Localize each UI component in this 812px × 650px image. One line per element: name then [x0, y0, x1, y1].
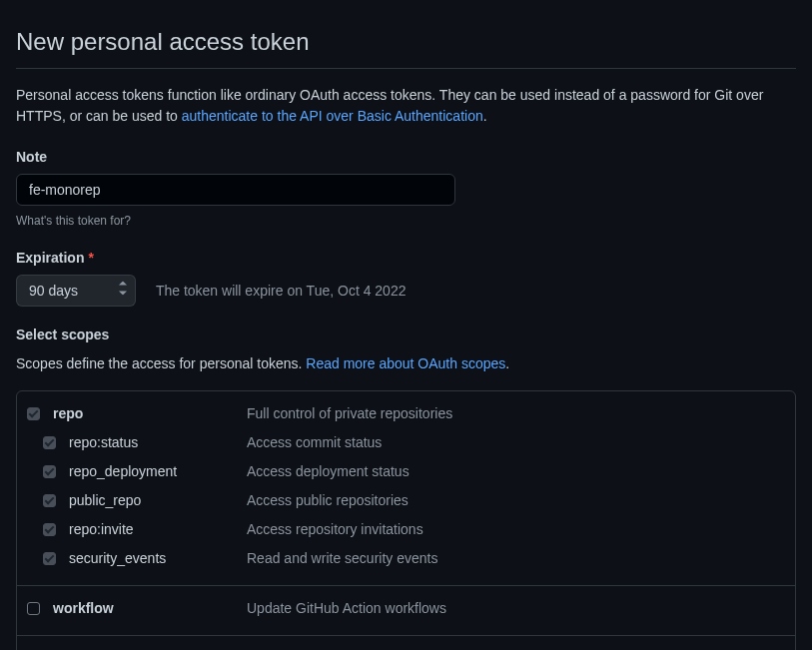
scopes-description-period: . — [505, 355, 509, 371]
expiration-label-text: Expiration — [16, 250, 84, 266]
scope-row: repo_deploymentAccess deployment status — [25, 457, 787, 486]
expiration-select[interactable]: 90 days — [16, 275, 136, 307]
scope-checkbox-cell — [41, 494, 69, 507]
scope-checkbox — [43, 494, 56, 507]
scope-name: repo — [53, 403, 247, 424]
scope-checkbox — [43, 465, 56, 478]
scope-name: public_repo — [69, 490, 247, 511]
scopes-description-text: Scopes define the access for personal to… — [16, 355, 306, 371]
scope-name: repo:status — [69, 432, 247, 453]
scope-checkbox-cell — [25, 602, 53, 615]
divider — [16, 68, 796, 69]
scope-checkbox — [43, 436, 56, 449]
scope-checkbox-cell — [25, 407, 53, 420]
scope-checkbox-cell — [41, 552, 69, 565]
scope-group: repoFull control of private repositories… — [17, 391, 795, 586]
scope-description: Access public repositories — [247, 490, 787, 511]
scope-checkbox[interactable] — [27, 602, 40, 615]
scope-checkbox — [27, 407, 40, 420]
scope-description: Update GitHub Action workflows — [247, 598, 787, 619]
scope-description: Read and write security events — [247, 548, 787, 569]
expiration-section: Expiration* 90 days The token will expir… — [16, 248, 796, 307]
note-input[interactable] — [16, 174, 455, 206]
note-section: Note What's this token for? — [16, 147, 796, 230]
scopes-section: Select scopes Scopes define the access f… — [16, 325, 796, 650]
note-hint: What's this token for? — [16, 212, 796, 230]
scope-checkbox-cell — [41, 523, 69, 536]
scope-checkbox — [43, 552, 56, 565]
scope-row: workflowUpdate GitHub Action workflows — [25, 598, 787, 623]
expiration-select-wrapper: 90 days — [16, 275, 136, 307]
scope-group: write:packagesUpload packages to GitHub … — [17, 636, 795, 650]
scope-name: repo:invite — [69, 519, 247, 540]
scope-name: workflow — [53, 598, 247, 619]
scope-description: Access repository invitations — [247, 519, 787, 540]
scope-group: workflowUpdate GitHub Action workflows — [17, 586, 795, 636]
required-asterisk: * — [88, 250, 93, 266]
description-link[interactable]: authenticate to the API over Basic Authe… — [182, 108, 483, 124]
scope-row: repo:inviteAccess repository invitations — [25, 515, 787, 544]
scope-row: public_repoAccess public repositories — [25, 486, 787, 515]
description: Personal access tokens function like ord… — [16, 85, 796, 127]
scopes-container: repoFull control of private repositories… — [16, 390, 796, 650]
scope-description: Full control of private repositories — [247, 403, 787, 424]
page-title: New personal access token — [16, 24, 796, 60]
scope-checkbox-cell — [41, 465, 69, 478]
note-label: Note — [16, 147, 796, 168]
scope-row: security_eventsRead and write security e… — [25, 544, 787, 573]
scope-row: repoFull control of private repositories — [25, 403, 787, 428]
scope-description: Access deployment status — [247, 461, 787, 482]
scope-checkbox — [43, 523, 56, 536]
scope-name: security_events — [69, 548, 247, 569]
scope-row: repo:statusAccess commit status — [25, 428, 787, 457]
expiration-label: Expiration* — [16, 248, 796, 269]
description-period: . — [483, 108, 487, 124]
scope-checkbox-cell — [41, 436, 69, 449]
scopes-heading: Select scopes — [16, 325, 796, 345]
scope-description: Access commit status — [247, 432, 787, 453]
scope-name: repo_deployment — [69, 461, 247, 482]
scopes-description: Scopes define the access for personal to… — [16, 353, 796, 374]
expiration-note: The token will expire on Tue, Oct 4 2022 — [156, 283, 406, 299]
scopes-description-link[interactable]: Read more about OAuth scopes — [306, 355, 505, 371]
